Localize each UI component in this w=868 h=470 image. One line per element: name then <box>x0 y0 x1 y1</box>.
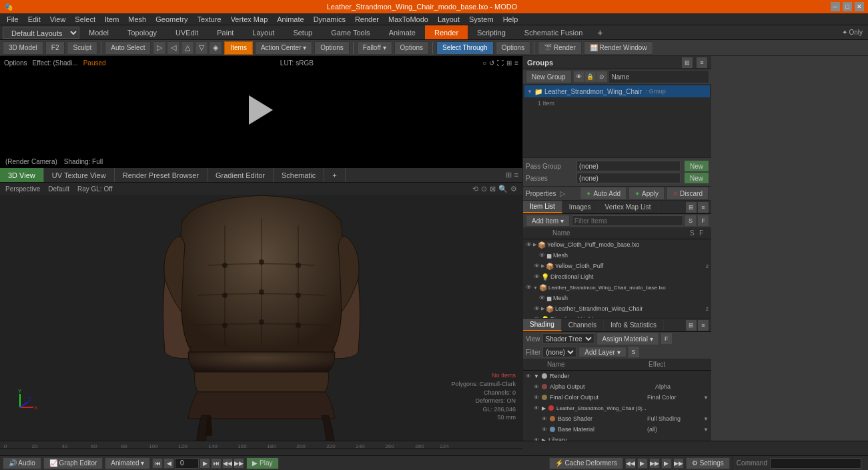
add-item-button[interactable]: Add Item ▾ <box>526 215 570 227</box>
render-ctrl-5[interactable]: ≡ <box>514 59 518 67</box>
frame-number-input[interactable] <box>175 458 199 469</box>
viewport-expand-icon[interactable]: ⊞ <box>506 171 512 179</box>
menu-view[interactable]: View <box>46 15 70 24</box>
render-ctrl-1[interactable]: ○ <box>482 59 486 67</box>
render-button[interactable]: 🎬 Render <box>538 41 582 55</box>
menu-file[interactable]: File <box>3 15 23 24</box>
items-button[interactable]: Items <box>224 41 252 55</box>
groups-icon-btn-3[interactable]: ⊙ <box>596 71 607 82</box>
new-group-button[interactable]: New Group <box>526 70 572 83</box>
subtab-uv-texture[interactable]: UV Texture View <box>44 168 115 182</box>
tab-shading[interactable]: Shading <box>523 319 562 331</box>
settings-button[interactable]: ⚙ Settings <box>686 457 730 469</box>
extra-btn-3[interactable]: ▶▶ <box>649 458 660 469</box>
new-passes-button[interactable]: New <box>685 173 709 183</box>
filter-none-select[interactable]: (none) <box>542 347 576 357</box>
menu-mesh[interactable]: Mesh <box>124 15 150 24</box>
options-btn-3[interactable]: Options <box>496 41 530 55</box>
select-through-button[interactable]: Select Through <box>436 41 494 55</box>
shading-expand-icon[interactable]: ⊞ <box>686 320 697 331</box>
item-list-expand-icon[interactable]: ⊞ <box>686 202 697 213</box>
transport-next-key[interactable]: ▶▶ <box>234 458 244 469</box>
graph-editor-button[interactable]: 📈 Graph Editor <box>43 457 103 469</box>
command-input[interactable] <box>770 458 861 469</box>
item-leather-wing-chair[interactable]: 👁 ▶ 📦 Leather_Strandmon_Wing_Chair 2 <box>523 303 711 314</box>
action-center-button[interactable]: Action Center ▾ <box>255 41 312 55</box>
render-window-button[interactable]: 🪟 Render Window <box>584 41 653 55</box>
tab-animate[interactable]: Animate <box>380 25 425 39</box>
shader-f-btn[interactable]: F <box>661 333 672 344</box>
apply-button[interactable]: ✦ Apply <box>628 187 665 200</box>
auto-select-button[interactable]: Auto Select <box>105 41 151 55</box>
icon-btn-5[interactable]: ◈ <box>209 41 222 55</box>
shader-render[interactable]: 👁 ▼ Render <box>523 371 711 381</box>
audio-button[interactable]: 🔊 Audio <box>3 457 41 469</box>
groups-expand-icon[interactable]: ⊞ <box>682 57 693 68</box>
shader-library[interactable]: 👁 ▶ Library <box>523 435 711 441</box>
shader-base-shader[interactable]: 👁 Base Shader Full Shading ▼ <box>523 413 711 424</box>
discard-button[interactable]: ✕ Discard <box>667 187 709 200</box>
tab-paint[interactable]: Paint <box>207 25 243 39</box>
filter-items-input[interactable] <box>572 215 683 226</box>
animated-button[interactable]: Animated ▾ <box>105 457 150 469</box>
extra-btn-1[interactable]: ◀◀ <box>625 458 636 469</box>
menu-maxtomodo[interactable]: MaxToModo <box>384 15 432 24</box>
item-yellow-cloth-puff[interactable]: 👁 ▶ 📦 Yellow_Cloth_Puff 2 <box>523 261 711 271</box>
item-directional-light-2[interactable]: 👁 💡 Directional Light <box>523 314 711 318</box>
vp-ctrl-5[interactable]: ⚙ <box>510 185 517 193</box>
menu-system[interactable]: System <box>465 15 498 24</box>
menu-item[interactable]: Item <box>101 15 123 24</box>
tab-channels[interactable]: Channels <box>562 319 604 331</box>
tab-scripting[interactable]: Scripting <box>468 25 515 39</box>
transport-prev-end[interactable]: ⏮ <box>152 458 163 469</box>
pass-group-input[interactable] <box>576 161 681 171</box>
item-list-menu-icon[interactable]: ≡ <box>698 202 709 213</box>
vp-ctrl-1[interactable]: ⟲ <box>472 185 478 193</box>
menu-vertex-map[interactable]: Vertex Map <box>227 15 272 24</box>
icon-btn-2[interactable]: ◁ <box>167 41 180 55</box>
group-item-leather[interactable]: ▼ 📁 Leather_Strandmon_Wing_Chair : Group <box>524 85 710 97</box>
extra-btn-2[interactable]: ▶ <box>637 458 648 469</box>
minimize-button[interactable]: ─ <box>831 2 840 11</box>
groups-menu-icon[interactable]: ≡ <box>697 57 707 68</box>
icon-btn-1[interactable]: ▷ <box>153 41 166 55</box>
shader-alpha-output[interactable]: 👁 Alpha Output Alpha <box>523 381 711 392</box>
groups-icon-btn-1[interactable]: 👁 <box>574 71 584 82</box>
viewport-menu-icon[interactable]: ≡ <box>514 171 518 179</box>
sculpt-button[interactable]: Sculpt <box>67 41 97 55</box>
cache-deformers-button[interactable]: ⚡ Cache Deformers <box>549 457 623 469</box>
render-ctrl-4[interactable]: ⊞ <box>506 59 512 67</box>
close-button[interactable]: ✕ <box>855 2 864 11</box>
tab-add-button[interactable]: + <box>592 26 608 39</box>
transport-prev-key[interactable]: ◀◀ <box>222 458 233 469</box>
groups-icon-btn-2[interactable]: 🔒 <box>585 71 596 82</box>
transport-next-frame[interactable]: ▶ <box>199 458 210 469</box>
vp-ctrl-2[interactable]: ⊙ <box>481 185 487 193</box>
render-ctrl-2[interactable]: ↺ <box>489 59 494 67</box>
tab-item-list[interactable]: Item List <box>523 201 562 213</box>
shading-menu-icon[interactable]: ≡ <box>698 320 709 331</box>
filter-f-btn[interactable]: F <box>698 215 709 226</box>
group-child-1item[interactable]: 1 Item <box>524 97 710 109</box>
tab-info-statistics[interactable]: Info & Statistics <box>604 319 664 331</box>
passes-input[interactable] <box>576 173 681 183</box>
subtab-3d-view[interactable]: 3D View <box>0 168 44 182</box>
3d-model-button[interactable]: 3D Model <box>3 41 43 55</box>
menu-texture[interactable]: Texture <box>193 15 226 24</box>
assign-material-button[interactable]: Assign Material ▾ <box>596 332 659 345</box>
subtab-render-preset[interactable]: Render Preset Browser <box>115 168 207 182</box>
menu-geometry[interactable]: Geometry <box>151 15 191 24</box>
layout-dropdown[interactable]: Default Layouts <box>3 27 79 39</box>
f2-button[interactable]: F2 <box>45 41 65 55</box>
play-render-button[interactable] <box>245 95 278 129</box>
options-btn-1[interactable]: Options <box>314 41 349 55</box>
item-directional-light-1[interactable]: 👁 💡 Directional Light <box>523 271 711 282</box>
tab-model[interactable]: Model <box>79 25 118 39</box>
tab-game-tools[interactable]: Game Tools <box>322 25 380 39</box>
menu-dynamics[interactable]: Dynamics <box>310 15 350 24</box>
menu-help[interactable]: Help <box>499 15 522 24</box>
item-mesh-2[interactable]: 👁 ◼ Mesh <box>523 293 711 303</box>
menu-layout[interactable]: Layout <box>434 15 464 24</box>
tab-render[interactable]: Render <box>425 25 468 39</box>
transport-prev-frame[interactable]: ◀ <box>163 458 174 469</box>
